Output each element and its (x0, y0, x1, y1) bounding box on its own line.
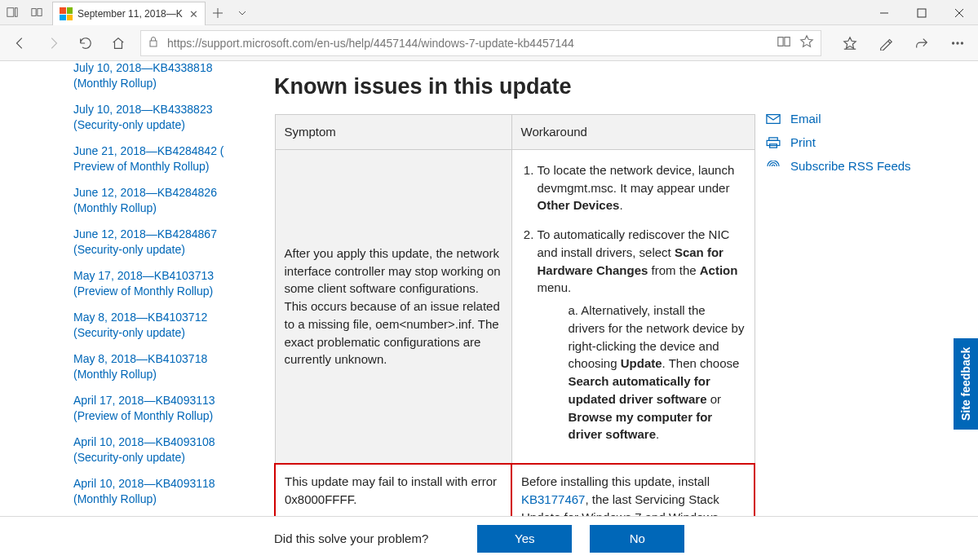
svg-rect-1 (15, 8, 18, 17)
text: Other Devices (538, 198, 620, 212)
table-row: After you apply this update, the network… (275, 149, 755, 464)
svg-rect-4 (918, 9, 926, 17)
sidebar-link[interactable]: April 10, 2018—KB4093118 (Monthly Rollup… (73, 474, 237, 515)
nav-home-button[interactable] (103, 28, 134, 59)
window-close-button[interactable] (940, 0, 978, 25)
text: Search automatically for updated driver … (569, 374, 710, 406)
workaround-cell: To locate the network device, launch dev… (511, 149, 755, 464)
sidebar-link[interactable]: May 17, 2018—KB4103713 (Preview of Month… (73, 266, 237, 307)
svg-rect-3 (38, 9, 42, 16)
col-symptom: Symptom (275, 115, 511, 150)
feedback-yes-button[interactable]: Yes (477, 525, 572, 553)
favorite-star-icon[interactable] (799, 34, 814, 51)
svg-point-7 (957, 42, 958, 43)
more-menu-button[interactable] (942, 28, 973, 59)
symptom-cell: This update may fail to install with err… (275, 464, 511, 516)
text: or (707, 392, 722, 406)
print-icon (766, 137, 781, 148)
text: . (656, 427, 659, 441)
text: Update (621, 356, 662, 370)
site-feedback-tab[interactable]: Site feedback (954, 338, 978, 430)
sidebar-link[interactable]: July 10, 2018—KB4338818 (Monthly Rollup) (73, 61, 237, 99)
aside-label: Email (790, 112, 821, 126)
page-viewport: July 10, 2018—KB4338818 (Monthly Rollup)… (0, 61, 978, 516)
text: menu. (538, 280, 572, 294)
svg-rect-9 (767, 114, 780, 123)
sidebar-link[interactable]: July 10, 2018—KB4338823 (Security-only u… (73, 99, 237, 141)
notes-button[interactable] (870, 28, 901, 59)
reading-view-icon[interactable] (777, 34, 791, 51)
aside-label: Print (790, 135, 816, 149)
svg-point-6 (953, 42, 954, 43)
favorites-hub-button[interactable] (834, 28, 865, 59)
sidebar-link[interactable]: April 17, 2018—KB4093113 (Preview of Mon… (73, 390, 237, 432)
sidebar-link[interactable]: May 8, 2018—KB4103718 (Monthly Rollup) (73, 349, 237, 390)
symptom-cell: After you apply this update, the network… (275, 149, 511, 464)
nav-forward-button[interactable] (38, 28, 69, 59)
window-maximize-button[interactable] (903, 0, 940, 25)
sidebar-link[interactable]: June 21, 2018—KB4284842 ( Preview of Mon… (73, 141, 237, 183)
email-link[interactable]: Email (766, 107, 978, 130)
page-actions-aside: Email Print Subscribe RSS Feeds (766, 61, 978, 516)
new-tab-button[interactable] (206, 0, 230, 25)
rss-link[interactable]: Subscribe RSS Feeds (766, 154, 978, 178)
sidebar-link[interactable]: June 12, 2018—KB4284867 (Security-only u… (73, 224, 237, 266)
svg-rect-11 (767, 140, 780, 145)
window-minimize-button[interactable] (865, 0, 903, 25)
workaround-cell: Before installing this update, install K… (511, 464, 755, 516)
rss-icon (766, 161, 781, 172)
tab-actions-caret[interactable] (230, 0, 254, 25)
svg-rect-2 (32, 9, 36, 16)
tabs-aside-button[interactable] (0, 0, 24, 25)
svg-rect-5 (150, 41, 157, 46)
lock-icon (148, 36, 159, 50)
text: Browse my computer for driver software (569, 410, 713, 442)
text: Before installing this update, install (521, 474, 710, 488)
print-link[interactable]: Print (766, 130, 978, 154)
address-bar[interactable]: https://support.microsoft.com/en-us/help… (140, 30, 821, 56)
svg-rect-0 (7, 8, 14, 17)
sidebar-link[interactable]: April 10, 2018—KB4093108 (Security-only … (73, 432, 237, 474)
microsoft-favicon (60, 7, 73, 20)
feedback-question: Did this solve your problem? (274, 531, 428, 545)
text: Action (700, 263, 738, 277)
nav-back-button[interactable] (5, 28, 36, 59)
main-content: Known issues in this update Symptom Work… (237, 61, 766, 516)
browser-toolbar: https://support.microsoft.com/en-us/help… (0, 25, 978, 61)
table-row-highlighted: This update may fail to install with err… (275, 464, 755, 516)
update-history-sidebar: July 10, 2018—KB4338818 (Monthly Rollup)… (73, 61, 237, 516)
share-button[interactable] (906, 28, 937, 59)
kb-link[interactable]: KB3177467 (521, 492, 585, 506)
known-issues-table: Symptom Workaround After you apply this … (274, 114, 755, 516)
svg-point-8 (961, 42, 963, 43)
text: . Then choose (662, 356, 740, 370)
sidebar-link[interactable]: June 12, 2018—KB4284826 (Monthly Rollup) (73, 183, 237, 224)
text: from the (648, 263, 699, 277)
tab-title: September 11, 2018—K (77, 8, 183, 20)
sidebar-link[interactable]: May 8, 2018—KB4103712 (Security-only upd… (73, 307, 237, 349)
section-heading: Known issues in this update (274, 69, 741, 114)
browser-tab-active[interactable]: September 11, 2018—K ✕ (52, 2, 206, 25)
address-url: https://support.microsoft.com/en-us/help… (167, 37, 777, 50)
mail-icon (766, 113, 781, 125)
text: To locate the network device, launch dev… (538, 163, 735, 195)
show-tab-previews-button[interactable] (24, 0, 49, 25)
nav-refresh-button[interactable] (70, 28, 101, 59)
feedback-no-button[interactable]: No (590, 525, 684, 553)
feedback-bar: Did this solve your problem? Yes No (0, 516, 978, 560)
aside-label: Subscribe RSS Feeds (790, 159, 911, 173)
tab-close-button[interactable]: ✕ (189, 8, 198, 20)
col-workaround: Workaround (511, 115, 755, 150)
window-titlebar: September 11, 2018—K ✕ (0, 0, 978, 25)
